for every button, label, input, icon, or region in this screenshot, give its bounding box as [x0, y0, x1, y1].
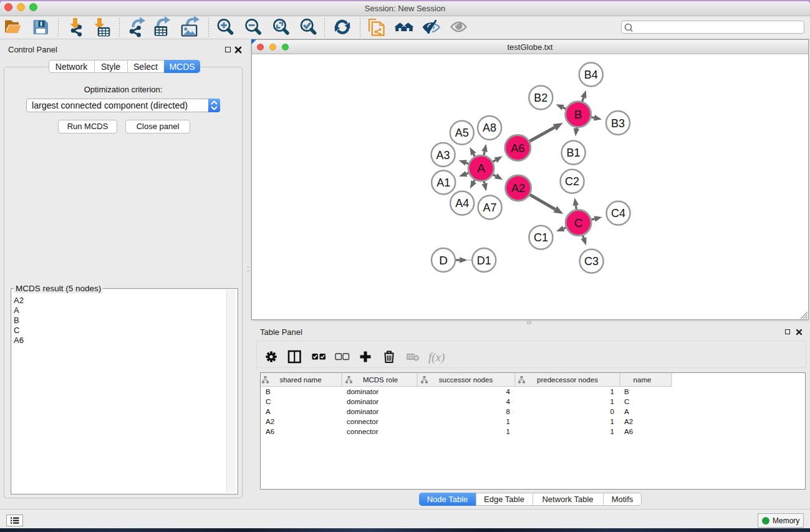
svg-text:dominator: dominator	[347, 398, 378, 405]
svg-text:A4: A4	[455, 197, 469, 210]
svg-text:8: 8	[506, 408, 510, 415]
svg-text:1: 1	[506, 418, 510, 425]
svg-text:A2: A2	[624, 418, 633, 425]
svg-text:A6: A6	[266, 428, 274, 435]
svg-text:f(x): f(x)	[428, 351, 445, 364]
svg-text:D1: D1	[477, 254, 491, 267]
svg-text:C: C	[574, 216, 583, 230]
svg-text:B: B	[266, 388, 271, 395]
svg-text:A2: A2	[511, 182, 525, 195]
svg-text:A: A	[624, 408, 629, 415]
svg-text:A: A	[266, 408, 271, 415]
svg-text:A5: A5	[455, 127, 469, 139]
svg-text:1: 1	[506, 428, 510, 435]
svg-text:C4: C4	[611, 207, 625, 220]
svg-text:1: 1	[610, 428, 614, 435]
svg-text:D: D	[439, 254, 448, 267]
svg-text:1: 1	[610, 418, 614, 425]
svg-text:MCDS role: MCDS role	[363, 376, 398, 384]
svg-text:A1: A1	[436, 177, 450, 189]
svg-text:A6: A6	[624, 428, 633, 435]
svg-text:B: B	[574, 108, 582, 121]
svg-text:A7: A7	[483, 201, 497, 214]
svg-text:A6: A6	[511, 142, 524, 155]
svg-text:C: C	[624, 398, 629, 405]
svg-text:connector: connector	[347, 428, 378, 435]
svg-text:C3: C3	[584, 255, 599, 268]
svg-text:A3: A3	[436, 149, 450, 162]
svg-text:A: A	[477, 162, 485, 175]
svg-text:4: 4	[506, 388, 511, 395]
svg-text:1: 1	[610, 398, 614, 405]
svg-text:name: name	[634, 376, 652, 384]
svg-text:A2: A2	[266, 418, 274, 425]
svg-text:4: 4	[506, 398, 511, 405]
svg-text:dominator: dominator	[347, 388, 378, 395]
svg-text:successor nodes: successor nodes	[439, 376, 493, 384]
svg-text:C2: C2	[565, 175, 579, 188]
svg-text:B4: B4	[584, 69, 598, 81]
svg-text:C1: C1	[534, 231, 548, 244]
svg-text:B2: B2	[534, 92, 547, 104]
svg-text:B3: B3	[611, 117, 625, 130]
svg-text:A8: A8	[483, 122, 496, 134]
svg-text:connector: connector	[347, 418, 378, 425]
svg-text:C: C	[266, 398, 271, 405]
svg-text:B: B	[624, 388, 629, 395]
svg-text:0: 0	[610, 408, 614, 415]
svg-text:1: 1	[610, 388, 614, 395]
svg-text:dominator: dominator	[347, 408, 378, 415]
svg-text:shared name: shared name	[279, 376, 321, 384]
svg-text:B1: B1	[567, 147, 581, 159]
svg-text:predecessor nodes: predecessor nodes	[537, 376, 598, 384]
